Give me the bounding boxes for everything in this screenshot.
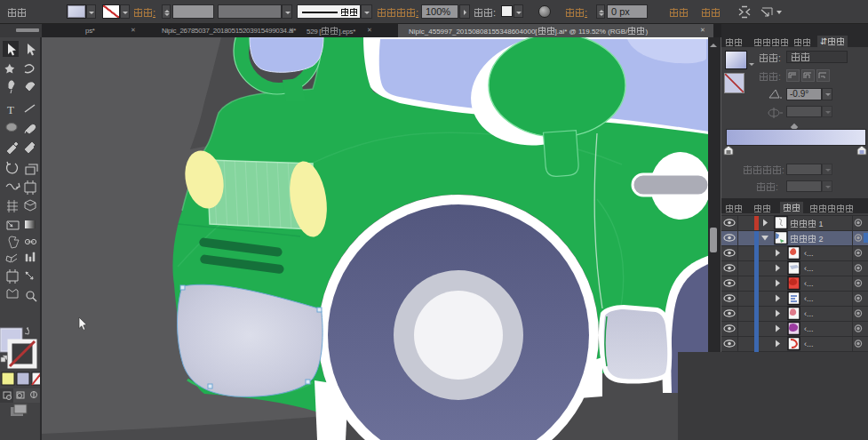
svg-text:‹...: ‹... bbox=[804, 249, 814, 258]
svg-text:‹...: ‹... bbox=[804, 294, 814, 303]
svg-text:‹...: ‹... bbox=[804, 279, 814, 288]
svg-text:‹...: ‹... bbox=[804, 324, 814, 333]
svg-text:‹...: ‹... bbox=[804, 264, 814, 273]
svg-text:‹...: ‹... bbox=[804, 340, 814, 348]
svg-text:‹...: ‹... bbox=[804, 309, 814, 318]
svg-text:T: T bbox=[7, 103, 14, 116]
